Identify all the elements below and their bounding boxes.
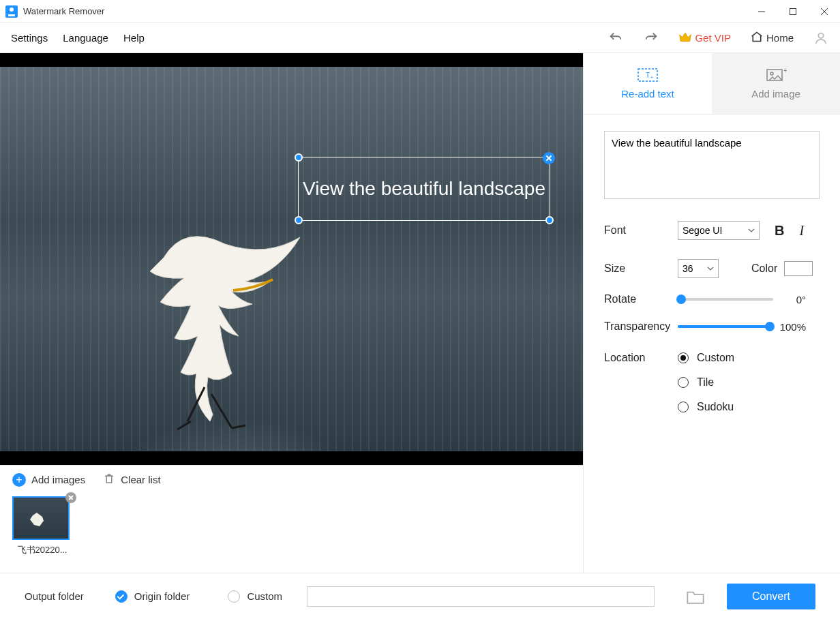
location-tile-radio[interactable]: Tile bbox=[678, 376, 734, 389]
undo-button[interactable] bbox=[608, 30, 624, 46]
thumbnail-strip: + Add images Clear list 飞书20220... bbox=[0, 465, 583, 573]
custom-folder-radio[interactable]: Custom bbox=[228, 590, 282, 603]
vip-label: Get VIP bbox=[695, 32, 731, 44]
rotate-label: Rotate bbox=[604, 293, 678, 305]
size-value: 36 bbox=[682, 263, 693, 274]
close-button[interactable] bbox=[809, 1, 840, 22]
menu-language[interactable]: Language bbox=[63, 32, 108, 44]
home-button[interactable]: Home bbox=[750, 31, 794, 45]
bold-button[interactable]: B bbox=[775, 223, 784, 239]
svg-text:+: + bbox=[650, 75, 653, 80]
user-icon[interactable] bbox=[813, 30, 829, 46]
overlay-text: View the beautiful landscape bbox=[303, 178, 545, 200]
thumbnail-remove-button[interactable] bbox=[65, 492, 76, 503]
tab-add-image[interactable]: + Add image bbox=[712, 53, 840, 114]
thumbnail-item[interactable]: 飞书20220... bbox=[12, 496, 72, 556]
titlebar: Watermark Remover bbox=[0, 0, 840, 23]
transparency-value: 100% bbox=[773, 321, 806, 333]
rotate-value: 0° bbox=[773, 294, 806, 305]
crown-icon bbox=[678, 31, 692, 45]
rotate-slider-knob[interactable] bbox=[676, 295, 686, 304]
trash-icon bbox=[103, 472, 115, 487]
add-images-label: Add images bbox=[31, 474, 85, 485]
menubar: Settings Language Help Get VIP Home bbox=[0, 23, 840, 53]
svg-point-4 bbox=[818, 33, 823, 37]
image-tab-icon: + bbox=[765, 67, 787, 82]
location-custom-radio[interactable]: Custom bbox=[678, 352, 734, 364]
image-canvas[interactable]: View the beautiful landscape bbox=[0, 53, 583, 465]
thumbnail-name: 飞书20220... bbox=[12, 544, 72, 556]
location-sudoku-radio[interactable]: Sudoku bbox=[678, 401, 734, 413]
tab-readd-text[interactable]: T+ Re-add text bbox=[584, 53, 712, 114]
plus-icon: + bbox=[12, 473, 26, 487]
text-overlay-box[interactable]: View the beautiful landscape bbox=[298, 157, 550, 221]
redo-button[interactable] bbox=[643, 30, 659, 46]
convert-button[interactable]: Convert bbox=[727, 584, 815, 609]
size-label: Size bbox=[604, 262, 678, 275]
tab-text-label: Re-add text bbox=[621, 88, 674, 100]
clear-list-label: Clear list bbox=[121, 474, 160, 485]
add-images-button[interactable]: + Add images bbox=[12, 473, 85, 487]
app-title: Watermark Remover bbox=[23, 6, 104, 16]
font-value: Segoe UI bbox=[682, 225, 722, 236]
watermark-text-input[interactable] bbox=[604, 131, 820, 199]
get-vip-button[interactable]: Get VIP bbox=[678, 31, 731, 45]
svg-point-10 bbox=[770, 72, 773, 75]
maximize-button[interactable] bbox=[777, 1, 809, 22]
location-label: Location bbox=[604, 352, 678, 364]
delete-overlay-button[interactable] bbox=[543, 152, 555, 164]
resize-handle-tl[interactable] bbox=[295, 153, 303, 162]
bird-graphic bbox=[123, 217, 327, 435]
size-select[interactable]: 36 bbox=[678, 259, 719, 278]
home-icon bbox=[750, 31, 764, 45]
svg-rect-1 bbox=[790, 8, 796, 14]
bottom-bar: Output folder Origin folder Custom Conve… bbox=[0, 573, 840, 619]
thumbnail-image bbox=[12, 496, 70, 540]
transparency-slider-knob[interactable] bbox=[765, 322, 775, 331]
transparency-slider[interactable] bbox=[678, 325, 773, 328]
svg-text:T: T bbox=[646, 72, 650, 79]
minimize-button[interactable] bbox=[746, 1, 777, 22]
resize-handle-br[interactable] bbox=[545, 216, 554, 224]
origin-folder-radio[interactable]: Origin folder bbox=[115, 590, 190, 603]
svg-text:+: + bbox=[783, 67, 787, 74]
text-tab-icon: T+ bbox=[637, 67, 659, 82]
rotate-slider[interactable] bbox=[678, 298, 773, 301]
italic-button[interactable]: I bbox=[799, 223, 804, 239]
browse-folder-button[interactable] bbox=[686, 589, 705, 604]
color-swatch[interactable] bbox=[784, 261, 813, 276]
font-select[interactable]: Segoe UI bbox=[678, 221, 760, 240]
app-logo-icon bbox=[5, 5, 18, 18]
output-folder-label: Output folder bbox=[25, 590, 84, 602]
tab-image-label: Add image bbox=[751, 88, 800, 100]
home-label: Home bbox=[766, 32, 794, 44]
resize-handle-bl[interactable] bbox=[295, 216, 303, 224]
color-label: Color bbox=[751, 262, 777, 275]
side-panel: T+ Re-add text + Add image Font Segoe UI… bbox=[583, 53, 840, 573]
menu-settings[interactable]: Settings bbox=[11, 32, 48, 44]
output-path-input[interactable] bbox=[307, 586, 655, 607]
clear-list-button[interactable]: Clear list bbox=[103, 472, 160, 487]
transparency-label: Transparency bbox=[604, 320, 678, 333]
menu-help[interactable]: Help bbox=[123, 32, 145, 44]
svg-rect-5 bbox=[106, 476, 112, 483]
font-label: Font bbox=[604, 224, 678, 237]
